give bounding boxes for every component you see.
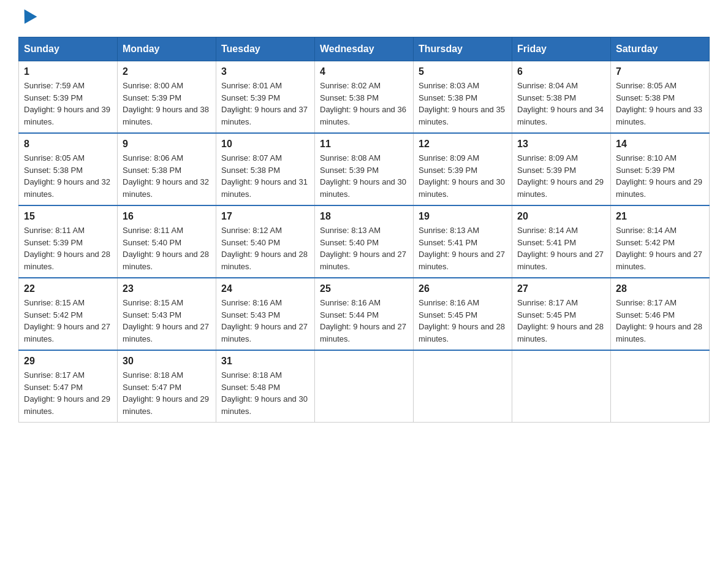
day-number: 23: [123, 283, 211, 294]
day-number: 5: [419, 66, 507, 77]
calendar-week-row: 29 Sunrise: 8:17 AMSunset: 5:47 PMDaylig…: [19, 350, 710, 423]
day-info: Sunrise: 8:17 AMSunset: 5:45 PMDaylight:…: [517, 298, 604, 343]
day-number: 1: [24, 66, 112, 77]
day-info: Sunrise: 8:00 AMSunset: 5:39 PMDaylight:…: [123, 81, 209, 126]
weekday-header-friday: Friday: [512, 37, 611, 61]
weekday-header-thursday: Thursday: [414, 37, 512, 61]
day-info: Sunrise: 8:07 AMSunset: 5:38 PMDaylight:…: [221, 153, 308, 199]
weekday-header-tuesday: Tuesday: [216, 37, 315, 61]
day-number: 3: [221, 66, 309, 77]
day-number: 18: [320, 211, 408, 222]
calendar-cell: 9 Sunrise: 8:06 AMSunset: 5:38 PMDayligh…: [118, 133, 216, 205]
calendar-cell: 7 Sunrise: 8:05 AMSunset: 5:38 PMDayligh…: [611, 61, 710, 134]
day-info: Sunrise: 8:15 AMSunset: 5:43 PMDaylight:…: [123, 298, 209, 343]
day-info: Sunrise: 8:12 AMSunset: 5:40 PMDaylight:…: [221, 226, 308, 271]
day-info: Sunrise: 8:16 AMSunset: 5:45 PMDaylight:…: [419, 298, 505, 343]
day-info: Sunrise: 8:13 AMSunset: 5:40 PMDaylight:…: [320, 226, 406, 271]
day-info: Sunrise: 8:08 AMSunset: 5:39 PMDaylight:…: [320, 153, 406, 199]
day-number: 19: [419, 211, 507, 222]
calendar-cell: 15 Sunrise: 8:11 AMSunset: 5:39 PMDaylig…: [19, 205, 118, 278]
day-number: 4: [320, 66, 408, 77]
calendar-cell: 2 Sunrise: 8:00 AMSunset: 5:39 PMDayligh…: [118, 61, 216, 134]
day-info: Sunrise: 8:17 AMSunset: 5:47 PMDaylight:…: [24, 370, 110, 416]
calendar-cell: 4 Sunrise: 8:02 AMSunset: 5:38 PMDayligh…: [315, 61, 414, 134]
day-info: Sunrise: 7:59 AMSunset: 5:39 PMDaylight:…: [24, 81, 110, 126]
day-number: 31: [221, 356, 309, 367]
day-number: 16: [123, 211, 211, 222]
page-header: [18, 12, 710, 25]
calendar-cell: 28 Sunrise: 8:17 AMSunset: 5:46 PMDaylig…: [611, 278, 710, 350]
calendar-cell: 5 Sunrise: 8:03 AMSunset: 5:38 PMDayligh…: [414, 61, 512, 134]
calendar-cell: 23 Sunrise: 8:15 AMSunset: 5:43 PMDaylig…: [118, 278, 216, 350]
calendar-cell: 11 Sunrise: 8:08 AMSunset: 5:39 PMDaylig…: [315, 133, 414, 205]
calendar-cell: [315, 350, 414, 423]
day-number: 12: [419, 139, 507, 150]
day-number: 9: [123, 139, 211, 150]
day-info: Sunrise: 8:15 AMSunset: 5:42 PMDaylight:…: [24, 298, 110, 343]
day-info: Sunrise: 8:06 AMSunset: 5:38 PMDaylight:…: [123, 153, 209, 199]
day-number: 22: [24, 283, 112, 294]
day-number: 15: [24, 211, 112, 222]
day-number: 27: [517, 283, 605, 294]
calendar-cell: 18 Sunrise: 8:13 AMSunset: 5:40 PMDaylig…: [315, 205, 414, 278]
calendar-cell: 17 Sunrise: 8:12 AMSunset: 5:40 PMDaylig…: [216, 205, 315, 278]
calendar-cell: [512, 350, 611, 423]
calendar-cell: 19 Sunrise: 8:13 AMSunset: 5:41 PMDaylig…: [414, 205, 512, 278]
calendar-table: SundayMondayTuesdayWednesdayThursdayFrid…: [18, 37, 710, 423]
calendar-cell: 10 Sunrise: 8:07 AMSunset: 5:38 PMDaylig…: [216, 133, 315, 205]
calendar-cell: 6 Sunrise: 8:04 AMSunset: 5:38 PMDayligh…: [512, 61, 611, 134]
day-number: 11: [320, 139, 408, 150]
day-info: Sunrise: 8:16 AMSunset: 5:43 PMDaylight:…: [221, 298, 308, 343]
weekday-header-sunday: Sunday: [19, 37, 118, 61]
calendar-cell: 3 Sunrise: 8:01 AMSunset: 5:39 PMDayligh…: [216, 61, 315, 134]
day-info: Sunrise: 8:11 AMSunset: 5:40 PMDaylight:…: [123, 226, 209, 271]
day-number: 13: [517, 139, 605, 150]
calendar-cell: [414, 350, 512, 423]
day-number: 17: [221, 211, 309, 222]
day-info: Sunrise: 8:13 AMSunset: 5:41 PMDaylight:…: [419, 226, 505, 271]
day-info: Sunrise: 8:01 AMSunset: 5:39 PMDaylight:…: [221, 81, 308, 126]
calendar-cell: 8 Sunrise: 8:05 AMSunset: 5:38 PMDayligh…: [19, 133, 118, 205]
day-number: 8: [24, 139, 112, 150]
day-info: Sunrise: 8:05 AMSunset: 5:38 PMDaylight:…: [24, 153, 110, 199]
calendar-cell: 12 Sunrise: 8:09 AMSunset: 5:39 PMDaylig…: [414, 133, 512, 205]
day-number: 6: [517, 66, 605, 77]
day-number: 30: [123, 356, 211, 367]
day-number: 25: [320, 283, 408, 294]
calendar-header-row: SundayMondayTuesdayWednesdayThursdayFrid…: [19, 37, 710, 61]
calendar-cell: 16 Sunrise: 8:11 AMSunset: 5:40 PMDaylig…: [118, 205, 216, 278]
day-number: 10: [221, 139, 309, 150]
calendar-cell: 22 Sunrise: 8:15 AMSunset: 5:42 PMDaylig…: [19, 278, 118, 350]
day-number: 7: [616, 66, 704, 77]
day-number: 24: [221, 283, 309, 294]
logo-triangle-icon: [18, 9, 37, 27]
day-info: Sunrise: 8:09 AMSunset: 5:39 PMDaylight:…: [517, 153, 604, 199]
logo: [18, 12, 37, 25]
day-info: Sunrise: 8:03 AMSunset: 5:38 PMDaylight:…: [419, 81, 505, 126]
logo-text: [18, 12, 37, 25]
day-info: Sunrise: 8:09 AMSunset: 5:39 PMDaylight:…: [419, 153, 505, 199]
day-info: Sunrise: 8:17 AMSunset: 5:46 PMDaylight:…: [616, 298, 702, 343]
calendar-cell: 27 Sunrise: 8:17 AMSunset: 5:45 PMDaylig…: [512, 278, 611, 350]
weekday-header-monday: Monday: [118, 37, 216, 61]
day-info: Sunrise: 8:10 AMSunset: 5:39 PMDaylight:…: [616, 153, 702, 199]
calendar-cell: 21 Sunrise: 8:14 AMSunset: 5:42 PMDaylig…: [611, 205, 710, 278]
calendar-week-row: 22 Sunrise: 8:15 AMSunset: 5:42 PMDaylig…: [19, 278, 710, 350]
day-info: Sunrise: 8:04 AMSunset: 5:38 PMDaylight:…: [517, 81, 604, 126]
day-info: Sunrise: 8:11 AMSunset: 5:39 PMDaylight:…: [24, 226, 110, 271]
day-info: Sunrise: 8:18 AMSunset: 5:48 PMDaylight:…: [221, 370, 308, 416]
day-info: Sunrise: 8:14 AMSunset: 5:42 PMDaylight:…: [616, 226, 702, 271]
calendar-cell: [611, 350, 710, 423]
day-number: 26: [419, 283, 507, 294]
weekday-header-saturday: Saturday: [611, 37, 710, 61]
day-info: Sunrise: 8:02 AMSunset: 5:38 PMDaylight:…: [320, 81, 406, 126]
day-number: 14: [616, 139, 704, 150]
day-info: Sunrise: 8:16 AMSunset: 5:44 PMDaylight:…: [320, 298, 406, 343]
weekday-header-wednesday: Wednesday: [315, 37, 414, 61]
calendar-cell: 26 Sunrise: 8:16 AMSunset: 5:45 PMDaylig…: [414, 278, 512, 350]
calendar-cell: 20 Sunrise: 8:14 AMSunset: 5:41 PMDaylig…: [512, 205, 611, 278]
day-info: Sunrise: 8:05 AMSunset: 5:38 PMDaylight:…: [616, 81, 702, 126]
day-number: 20: [517, 211, 605, 222]
day-number: 21: [616, 211, 704, 222]
day-number: 2: [123, 66, 211, 77]
